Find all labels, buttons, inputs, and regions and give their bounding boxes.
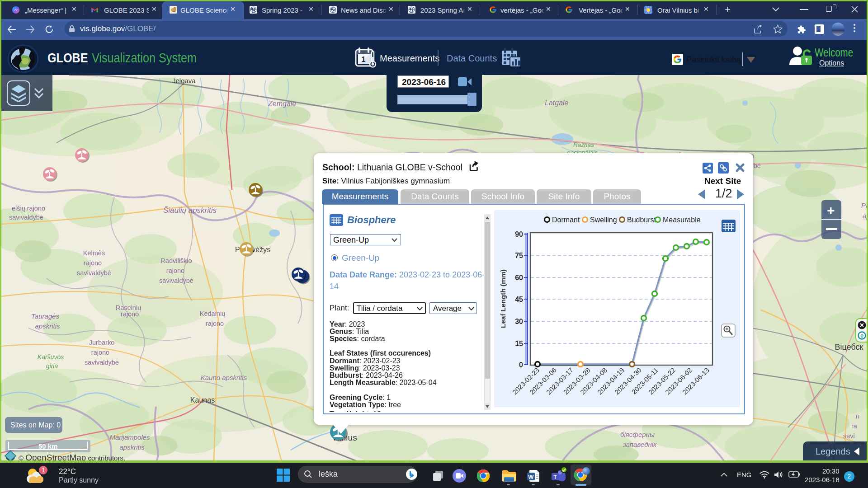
svg-text:Віцебск: Віцебск xyxy=(835,343,863,352)
svg-text:Kelmės: Kelmės xyxy=(83,249,105,257)
svg-text:Zemgale: Zemgale xyxy=(268,100,296,108)
svg-text:Latgale: Latgale xyxy=(545,99,569,107)
svg-text:Budburst: Budburst xyxy=(627,216,656,224)
svg-text:30: 30 xyxy=(515,318,523,325)
svg-text:75: 75 xyxy=(515,252,523,259)
svg-text:60: 60 xyxy=(515,274,523,282)
svg-text:rajono: rajono xyxy=(91,349,109,356)
svg-text:Dormant: Dormant xyxy=(552,216,580,224)
svg-text:savivaldybė: savivaldybė xyxy=(9,214,43,221)
svg-text:45: 45 xyxy=(515,296,523,303)
svg-text:Kaunas: Kaunas xyxy=(190,396,215,404)
svg-text:W: W xyxy=(528,474,534,480)
svg-text:aps: aps xyxy=(863,212,867,220)
svg-text:1: 1 xyxy=(361,55,365,64)
svg-text:apskritis: apskritis xyxy=(35,322,60,330)
svg-text:Swelling: Swelling xyxy=(590,216,617,224)
svg-text:rajono: rajono xyxy=(121,310,139,318)
svg-text:90: 90 xyxy=(515,230,523,238)
svg-text:giria: giria xyxy=(46,362,58,370)
svg-text:Rāznas: Rāznas xyxy=(573,141,594,148)
svg-text:savivaldybė: savivaldybė xyxy=(77,269,111,277)
svg-text:e: e xyxy=(860,333,863,339)
svg-text:Jelgava: Jelgava xyxy=(172,77,196,84)
svg-text:біясферны: біясферны xyxy=(620,431,655,438)
svg-text:n: n xyxy=(856,413,859,420)
svg-text:savivaldybė: savivaldybė xyxy=(85,359,119,366)
svg-text:ra: ra xyxy=(851,422,858,430)
svg-text:rajono: rajono xyxy=(206,320,224,327)
svg-text:Karšuvos: Karšuvos xyxy=(38,353,64,361)
svg-text:rajono: rajono xyxy=(166,267,184,274)
svg-text:Kauno apskritis: Kauno apskritis xyxy=(201,374,247,381)
svg-text:15: 15 xyxy=(515,340,523,347)
svg-text:0: 0 xyxy=(519,361,523,369)
svg-text:запаведнік: запаведнік xyxy=(623,441,657,448)
svg-text:Šiaulių apskritis: Šiaulių apskritis xyxy=(163,206,217,215)
svg-text:Leaf Length (mm): Leaf Length (mm) xyxy=(499,269,507,328)
svg-text:Marijampolės: Marijampolės xyxy=(109,433,150,441)
svg-text:elšių rajono: elšių rajono xyxy=(12,205,45,212)
svg-text:Kėdainių: Kėdainių xyxy=(200,310,225,317)
svg-text:savi: savi xyxy=(843,432,855,440)
svg-text:Jurbarko: Jurbarko xyxy=(89,339,114,346)
svg-text:apskritis: apskritis xyxy=(119,443,145,451)
svg-text:T: T xyxy=(553,474,557,480)
svg-text:Pan: Pan xyxy=(861,202,867,209)
svg-text:Tauragės: Tauragės xyxy=(31,312,59,320)
svg-text:savivaldybė: savivaldybė xyxy=(159,277,193,284)
svg-text:Measurable: Measurable xyxy=(663,216,701,224)
svg-text:Radviliškio: Radviliškio xyxy=(160,257,192,264)
svg-text:rajono: rajono xyxy=(84,259,102,267)
